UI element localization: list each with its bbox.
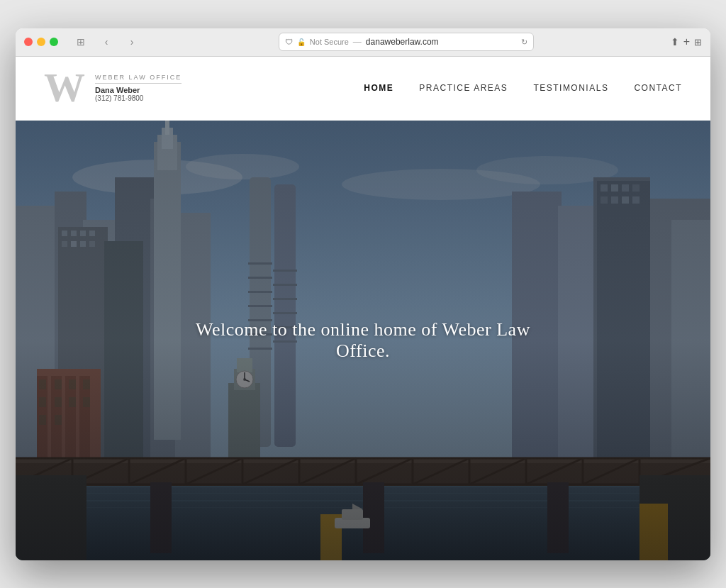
firm-name: WEBER LAW OFFICE [95, 74, 182, 81]
website-content: W WEBER LAW OFFICE Dana Weber (312) 781-… [16, 57, 710, 560]
hero-headline: Welcome to the online home of Weber Law … [189, 319, 537, 362]
logo-letter: W [44, 67, 85, 109]
browser-controls: ⊞ ‹ › [71, 34, 142, 50]
address-bar[interactable]: 🛡 🔓 Not Secure — danaweberlaw.com ↻ [279, 33, 534, 51]
traffic-lights [24, 38, 58, 46]
contact-name: Dana Weber [95, 86, 182, 94]
back-button[interactable]: ‹ [96, 34, 116, 50]
phone-number: (312) 781-9800 [95, 94, 182, 102]
close-button[interactable] [24, 38, 33, 46]
url-text: danaweberlaw.com [366, 37, 439, 47]
nav-practice-areas[interactable]: PRACTICE AREAS [419, 83, 508, 93]
nav-testimonials[interactable]: TESTIMONIALS [533, 83, 608, 93]
new-tab-icon[interactable]: + [683, 35, 690, 48]
hero-content: Welcome to the online home of Weber Law … [189, 319, 537, 362]
hero-section: Welcome to the online home of Weber Law … [16, 121, 710, 560]
logo-area: W WEBER LAW OFFICE Dana Weber (312) 781-… [44, 67, 182, 109]
logo-text-block: WEBER LAW OFFICE Dana Weber (312) 781-98… [95, 74, 182, 102]
nav-contact[interactable]: CONTACT [634, 83, 682, 93]
tab-grid-icon[interactable]: ⊞ [694, 37, 702, 48]
site-nav: HOME PRACTICE AREAS TESTIMONIALS CONTACT [364, 83, 682, 93]
minimize-button[interactable] [37, 38, 45, 46]
lock-icon: 🔓 [297, 38, 306, 46]
forward-button[interactable]: › [122, 34, 142, 50]
share-icon[interactable]: ⬆ [671, 36, 679, 48]
nav-home[interactable]: HOME [364, 83, 393, 93]
not-secure-label: Not Secure [310, 38, 349, 46]
logo-divider [95, 83, 182, 84]
maximize-button[interactable] [50, 38, 58, 46]
browser-right-controls: ⬆ + ⊞ [671, 35, 702, 48]
browser-titlebar: ⊞ ‹ › 🛡 🔓 Not Secure — danaweberlaw.com … [16, 28, 710, 57]
address-bar-container: 🛡 🔓 Not Secure — danaweberlaw.com ↻ [147, 33, 665, 51]
security-icon: 🛡 [285, 38, 293, 46]
browser-window: ⊞ ‹ › 🛡 🔓 Not Secure — danaweberlaw.com … [16, 28, 710, 560]
sidebar-toggle-button[interactable]: ⊞ [71, 34, 91, 50]
reload-icon[interactable]: ↻ [521, 38, 527, 47]
site-header: W WEBER LAW OFFICE Dana Weber (312) 781-… [16, 57, 710, 121]
